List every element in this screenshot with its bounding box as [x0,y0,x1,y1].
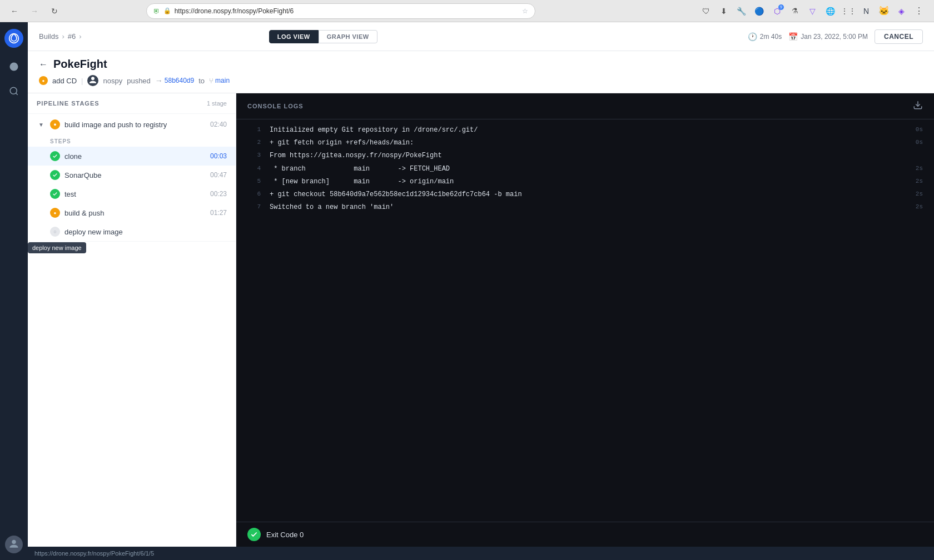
ext-btn-12[interactable]: ◈ [894,3,910,19]
step-name-sonarqube: SonarQube [64,171,206,179]
app-layout: Builds › #6 › LOG VIEW GRAPH VIEW 🕐 2m 4… [0,22,934,560]
cancel-button[interactable]: CANCEL [875,29,923,44]
ext-btn-4[interactable]: 🔵 [752,3,767,19]
log-text-1: Initialized empty Git repository in /dro… [270,125,478,136]
build-action: add CD [52,77,77,85]
log-line: 5 * [new branch] main -> origin/main 2s [236,176,934,188]
log-num-4: 4 [247,164,261,174]
branch-name: main [215,77,230,84]
ext-btn-7[interactable]: ▽ [805,3,821,19]
lock-icon: 🔒 [163,7,171,14]
console-header: CONSOLE LOGS [236,93,934,119]
stage-header[interactable]: ▼ ● build image and push to registry 02:… [28,114,236,135]
pipeline-sidebar: PIPELINE STAGES 1 stage ▼ ● build image … [28,93,236,547]
console-download-button[interactable] [913,100,923,112]
stage-collapse-button[interactable]: ▼ [37,120,46,129]
status-bar: https://drone.nospy.fr/nospy/PokeFight/6… [28,547,934,560]
forward-button[interactable]: → [27,3,42,19]
log-num-5: 5 [247,177,261,187]
step-item-build[interactable]: ● build & push 01:27 [28,203,236,222]
pusher-avatar [87,75,98,86]
step-item-clone[interactable]: clone 00:03 [28,147,236,166]
log-line: 2 + git fetch origin +refs/heads/main: 0… [236,137,934,149]
view-toggle: LOG VIEW GRAPH VIEW [269,30,377,43]
step-status-clone [50,151,60,161]
ext-btn-5[interactable]: ⬡ 9 [769,3,785,19]
log-num-6: 6 [247,189,261,199]
breadcrumb-sep-1: › [62,32,64,41]
top-bar: Builds › #6 › LOG VIEW GRAPH VIEW 🕐 2m 4… [28,22,934,51]
log-time-5: 2s [916,177,923,187]
sidebar-home-button[interactable] [4,57,24,77]
user-avatar[interactable] [5,536,23,553]
commit-hash-text: 58b640d9 [165,77,194,84]
log-time-4: 2s [916,164,923,174]
content-area: PIPELINE STAGES 1 stage ▼ ● build image … [28,93,934,547]
log-time-7: 2s [916,202,923,212]
pushed-label: pushed [127,77,151,85]
step-item-deploy[interactable]: ○ deploy new image deploy new image [28,222,236,241]
console-logs: 1 Initialized empty Git repository in /d… [236,119,934,522]
svg-point-1 [10,63,18,71]
to-label: to [198,77,205,85]
build-meta: ● add CD | nospy pushed → 58b640d9 to ⑂ [39,75,923,86]
pusher-name: nospy [103,77,122,85]
log-num-2: 2 [247,138,261,148]
clock-icon: 🕐 [748,32,757,41]
log-view-button[interactable]: LOG VIEW [269,30,319,43]
ext-btn-1[interactable]: 🛡 [698,3,714,19]
exit-code-icon [247,528,261,541]
log-time-6: 2s [916,189,923,199]
main-content: Builds › #6 › LOG VIEW GRAPH VIEW 🕐 2m 4… [28,22,934,560]
breadcrumb-sep-2: › [79,32,81,41]
exit-code-text: Exit Code 0 [266,531,304,539]
stage-status-icon: ● [50,119,60,129]
build-title-row: ← PokeFight [39,58,923,71]
build-status-dot: ● [39,76,48,85]
pipeline-title: PIPELINE STAGES [37,100,100,107]
step-name-build: build & push [64,209,206,217]
step-status-build: ● [50,208,60,218]
status-url: https://drone.nospy.fr/nospy/PokeFight/6… [34,550,154,557]
step-time-clone: 00:03 [210,152,227,160]
stage-time: 02:40 [210,121,227,128]
back-button[interactable]: ← [7,3,22,19]
log-text-4: * branch main -> FETCH_HEAD [270,164,450,174]
svg-point-2 [10,87,17,94]
address-bar[interactable]: ⛨ 🔒 https://drone.nospy.fr/nospy/PokeFig… [146,3,535,19]
step-name-clone: clone [64,152,206,161]
commit-hash-link[interactable]: → 58b640d9 [155,76,194,85]
log-text-3: From https://gitea.nospy.fr/nospy/PokeFi… [270,151,442,161]
deploy-tooltip: deploy new image [28,242,86,253]
ext-btn-10[interactable]: N [858,3,874,19]
calendar-icon: 📅 [788,32,798,41]
ext-btn-8[interactable]: 🌐 [823,3,838,19]
browser-chrome: ← → ↻ ⛨ 🔒 https://drone.nospy.fr/nospy/P… [0,0,934,22]
steps-label: STEPS [28,135,236,147]
log-time-1: 0s [916,125,923,135]
breadcrumb: Builds › #6 › [39,32,82,41]
step-item-sonarqube[interactable]: SonarQube 00:47 [28,166,236,184]
branch-link[interactable]: ⑂ main [209,77,230,85]
breadcrumb-builds-link[interactable]: Builds [39,32,58,41]
ext-btn-11[interactable]: 🐱 [876,3,892,19]
step-name-deploy: deploy new image [64,228,227,236]
step-item-test[interactable]: test 00:23 [28,184,236,203]
graph-view-button[interactable]: GRAPH VIEW [319,30,377,43]
ext-btn-3[interactable]: 🔧 [734,3,749,19]
log-text-5: * [new branch] main -> origin/main [270,177,454,187]
date-info: 📅 Jan 23, 2022, 5:00 PM [788,32,868,41]
back-button[interactable]: ← [39,59,48,69]
sidebar-search-button[interactable] [4,81,24,101]
ext-btn-6[interactable]: ⚗ [787,3,803,19]
log-text-7: Switched to a new branch 'main' [270,202,394,213]
svg-line-3 [16,93,17,94]
menu-button[interactable]: ⋮ [912,3,927,19]
pipe-sep: | [81,77,83,85]
ext-btn-9[interactable]: ⋮⋮ [841,3,856,19]
sidebar-bottom [5,536,23,553]
app-logo[interactable] [4,29,23,48]
refresh-button[interactable]: ↻ [47,3,62,19]
elapsed-time: 2m 40s [760,33,782,41]
ext-btn-2[interactable]: ⬇ [716,3,732,19]
